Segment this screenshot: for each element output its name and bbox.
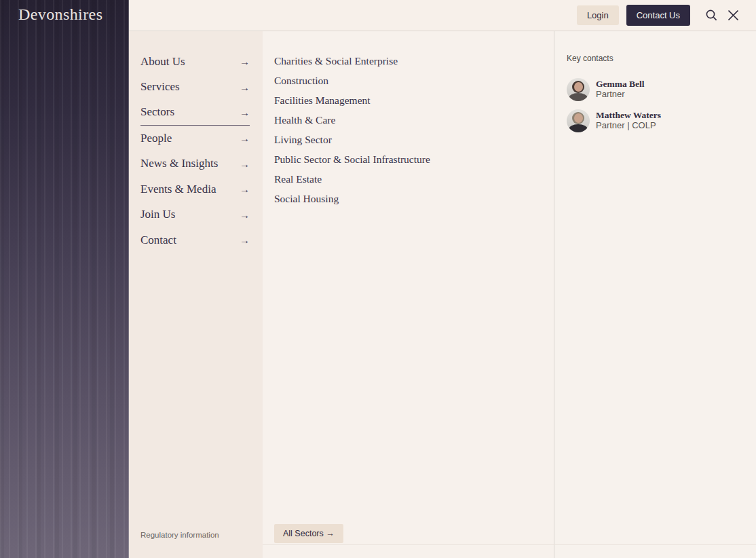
contact-role: Partner | COLP <box>596 120 661 130</box>
sector-link[interactable]: Construction <box>263 71 554 90</box>
key-contact-card[interactable]: Matthew Waters Partner | COLP <box>567 109 756 132</box>
avatar-head <box>574 82 583 92</box>
menu-primary-item[interactable]: Sectors → <box>140 100 250 126</box>
contact-role: Partner <box>596 89 645 99</box>
arrow-right-icon: → <box>326 529 335 538</box>
menu-item-label: People <box>140 132 172 145</box>
sector-link-label: Construction <box>274 75 328 87</box>
arrow-right-icon: → <box>240 56 250 67</box>
menu-item-label: Contact <box>140 234 176 247</box>
arrow-right-icon: → <box>240 132 250 144</box>
all-sectors-label: All Sectors <box>283 529 324 538</box>
key-contacts-title: Key contacts <box>567 54 756 63</box>
menu-primary-column: About Us → Services → Sectors → People →… <box>129 31 263 558</box>
brand-sidebar: Devonshires <box>0 0 129 558</box>
search-icon[interactable] <box>705 9 718 22</box>
contact-name[interactable]: Gemma Bell <box>596 79 645 89</box>
avatar-head <box>574 113 583 123</box>
sector-link-label: Health & Care <box>274 114 335 126</box>
sector-link-label: Living Sector <box>274 134 332 146</box>
key-contacts-panel: Key contacts Gemma Bell Partner <box>554 31 756 558</box>
arrow-right-icon: → <box>240 183 250 195</box>
contact-us-button[interactable]: Contact Us <box>626 5 690 26</box>
bottom-divider <box>263 544 756 545</box>
contact-text: Matthew Waters Partner | COLP <box>596 109 661 132</box>
menu-item-label: About Us <box>140 55 185 69</box>
contact-avatar <box>567 78 590 101</box>
arrow-right-icon: → <box>240 81 250 93</box>
menu-item-label: Join Us <box>140 208 175 221</box>
menu-primary-item[interactable]: Contact → <box>140 227 250 253</box>
brand-logo[interactable]: Devonshires <box>18 5 102 24</box>
all-sectors-button[interactable]: All Sectors → <box>274 524 343 543</box>
top-navigation: Login Contact Us <box>129 0 756 31</box>
arrow-right-icon: → <box>240 158 250 170</box>
menu-item-label: Services <box>140 80 180 94</box>
sectors-submenu-column: Charities & Social Enterprise Constructi… <box>263 31 554 558</box>
regulatory-information-link[interactable]: Regulatory information <box>140 531 219 539</box>
arrow-right-icon: → <box>240 234 250 246</box>
menu-primary-list: About Us → Services → Sectors → People →… <box>129 49 263 253</box>
sector-link-label: Social Housing <box>274 193 339 205</box>
menu-item-label: Events & Media <box>140 183 216 196</box>
sector-link-label: Real Estate <box>274 173 322 185</box>
sector-link-label: Facilities Management <box>274 94 371 107</box>
sector-link[interactable]: Health & Care <box>263 110 554 130</box>
key-contacts-list: Gemma Bell Partner Matthew Waters Partne… <box>567 78 756 132</box>
contact-text: Gemma Bell Partner <box>596 78 645 101</box>
menu-primary-item[interactable]: About Us → <box>140 49 250 75</box>
menu-primary-item[interactable]: Join Us → <box>140 202 250 228</box>
menu-item-label: Sectors <box>140 105 174 119</box>
sector-link[interactable]: Living Sector <box>263 130 554 149</box>
avatar-shoulders <box>569 93 588 101</box>
contact-name[interactable]: Matthew Waters <box>596 111 661 120</box>
menu-item-label: News & Insights <box>140 157 218 170</box>
sector-link[interactable]: Public Sector & Social Infrastructure <box>263 149 554 169</box>
megamenu-page: Devonshires Login Contact Us <box>0 0 756 558</box>
menu-primary-item[interactable]: News & Insights → <box>140 151 250 176</box>
close-icon[interactable] <box>727 9 740 22</box>
nav-actions: Login Contact Us <box>577 5 756 26</box>
menu-primary-item[interactable]: Services → <box>140 75 250 100</box>
sector-links-list: Charities & Social Enterprise Constructi… <box>263 51 554 208</box>
login-button[interactable]: Login <box>577 5 619 25</box>
menu-primary-item[interactable]: Events & Media → <box>140 176 250 202</box>
contact-avatar <box>567 109 590 132</box>
sector-link[interactable]: Social Housing <box>263 189 554 208</box>
sector-link-label: Public Sector & Social Infrastructure <box>274 153 430 166</box>
sector-link-label: Charities & Social Enterprise <box>274 55 398 67</box>
avatar-shoulders <box>569 124 588 132</box>
arrow-right-icon: → <box>240 209 250 221</box>
sector-link[interactable]: Facilities Management <box>263 90 554 110</box>
arrow-right-icon: → <box>240 107 250 118</box>
sector-link[interactable]: Real Estate <box>263 169 554 189</box>
sector-link[interactable]: Charities & Social Enterprise <box>263 51 554 71</box>
menu-primary-item[interactable]: People → <box>140 126 250 151</box>
key-contact-card[interactable]: Gemma Bell Partner <box>567 78 756 101</box>
